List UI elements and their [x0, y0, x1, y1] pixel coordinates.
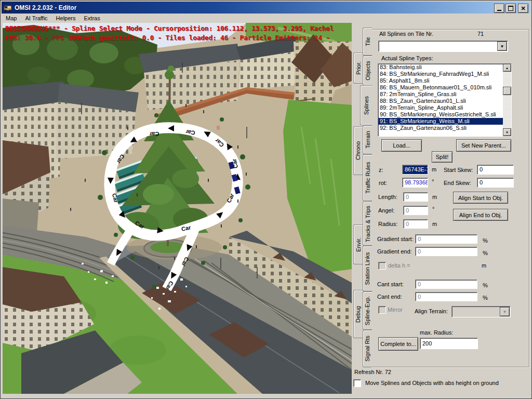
align-terrain-combobox[interactable]: ▼ — [451, 306, 511, 317]
split-button[interactable]: Split! — [432, 151, 453, 163]
menu-helpers[interactable]: Helpers — [52, 14, 80, 22]
list-scrollbar[interactable]: ▲ ▼ — [503, 64, 511, 136]
tab-prior[interactable]: Prior. — [353, 52, 363, 84]
list-item[interactable]: 90: BS_StrMarkierung_WeissGestrichelt_S.… — [378, 111, 503, 118]
z-input[interactable]: 86743E-7 — [402, 165, 428, 175]
align-terrain-label: Align Terrain: — [415, 308, 448, 314]
tab-splines[interactable]: Splines — [360, 85, 373, 125]
align-end-button[interactable]: Align End to Obj. — [453, 209, 508, 221]
end-skew-input[interactable]: 0 — [477, 178, 514, 188]
scroll-up-button[interactable]: ▲ — [503, 64, 511, 72]
menu-map[interactable]: Map — [2, 14, 21, 22]
menu-extras[interactable]: Extras — [80, 14, 104, 22]
cant-end-unit: % — [483, 295, 488, 301]
end-skew-label: End Skew: — [444, 180, 471, 186]
svg-text:Car: Car — [149, 131, 159, 138]
list-item[interactable]: 87: 2mTerrain_Spline_Gras.sli — [378, 91, 503, 98]
rot-label: rot: — [379, 180, 387, 186]
minimize-button[interactable] — [494, 4, 504, 13]
pink-figure — [217, 126, 220, 130]
debug-overlay: DESIGNMODUS*** - Spline Select Mode - Cu… — [5, 24, 334, 43]
list-item[interactable]: 83: Bahnsteig.sli — [378, 64, 503, 71]
delta-h-label: delta h = — [388, 262, 410, 269]
tab-signal-rts[interactable]: Signal Rts — [363, 330, 372, 367]
arrow-up-icon: ▲ — [506, 66, 509, 70]
load-button[interactable]: Load... — [381, 139, 422, 152]
move-splines-label: Move Splines and Objects with abs height… — [365, 380, 499, 386]
scrollbar-thumb[interactable] — [503, 87, 511, 95]
tab-tile[interactable]: Tile — [363, 28, 372, 56]
z-unit: m — [432, 166, 436, 172]
maximize-icon — [508, 6, 513, 11]
combobox-dropdown-button[interactable]: ▼ — [497, 42, 507, 51]
angel-unit: ° — [432, 206, 434, 212]
align-terrain-dropdown-button[interactable]: ▼ — [500, 307, 510, 316]
cant-start-input[interactable]: 0 — [415, 280, 477, 289]
rot-unit: ° — [432, 178, 434, 184]
title-bar[interactable]: OMSI 2.2.032 - Editor ✕ — [2, 2, 530, 14]
length-unit: m — [432, 194, 437, 200]
gradient-start-input[interactable]: 0 — [415, 234, 477, 244]
tab-tracks-trips[interactable]: Tracks & Trips — [363, 202, 372, 246]
angel-label: Angel: — [378, 207, 394, 214]
gradient-end-unit: % — [483, 250, 488, 256]
align-start-button[interactable]: Align Start to Obj. — [453, 192, 508, 204]
scroll-down-button[interactable]: ▼ — [503, 128, 511, 136]
tab-spline-exp[interactable]: Spline-Exp. — [363, 291, 372, 330]
list-item[interactable]: 88: BS_Zaun_Gartenzaun01_L.sli — [378, 98, 503, 104]
scene: Car Car Car Car Car Car Car Car Car Car … — [3, 23, 352, 394]
spline-select-combobox[interactable]: ▼ — [378, 41, 508, 52]
tab-chrono[interactable]: Chrono — [353, 126, 363, 175]
gradient-start-unit: % — [483, 237, 488, 244]
cant-start-unit: % — [483, 282, 488, 288]
tab-debug[interactable]: Debug — [353, 290, 363, 338]
gradient-end-input[interactable]: 0 — [415, 247, 477, 256]
list-item[interactable]: 84: BS_StrMarkierung_FahrradWeg1_M.sli — [378, 71, 503, 77]
list-item-selected[interactable]: 91: BS_StrMarkierung_Weiss_M.sli — [378, 118, 503, 125]
rot-input[interactable]: 98.79368 — [402, 178, 428, 188]
chevron-down-icon: ▼ — [503, 310, 507, 314]
tab-station-links[interactable]: Station Links — [363, 246, 372, 291]
tile-number-value: 71 — [477, 31, 484, 37]
mirror-label: Mirror — [388, 307, 403, 313]
debug-line-2: FPS: 30.4 - FPS 100Fach gemittelt: 0.0 -… — [5, 33, 334, 43]
tab-envir[interactable]: Envir. — [353, 224, 363, 264]
tab-traffic-rules[interactable]: Traffic Rules — [363, 154, 372, 201]
radius-label: Radius: — [378, 221, 397, 227]
mirror-checkbox[interactable] — [378, 306, 386, 314]
window-title: OMSI 2.2.032 - Editor — [15, 4, 76, 11]
start-skew-input[interactable]: 0 — [477, 165, 514, 175]
complete-to-button[interactable]: Complete to... — [378, 337, 418, 351]
list-item[interactable]: 89: 2mTerrain_Spline_Asphalt.sli — [378, 104, 503, 111]
maximize-button[interactable] — [506, 4, 516, 13]
gradient-start-label: Gradient start: — [377, 236, 414, 242]
set-new-parent-button[interactable]: Set New Parent... — [456, 139, 511, 152]
gradient-end-label: Gradient end: — [377, 248, 412, 255]
window-bottom-border — [2, 394, 530, 398]
list-item[interactable]: 85: Asphalt1_8m.sli — [378, 77, 503, 84]
cant-start-label: Cant start: — [377, 281, 404, 287]
list-item[interactable]: 86: BS_Mauern_Betonmauer01_S_010m.sli — [378, 84, 503, 91]
z-label: z: — [379, 167, 383, 173]
menu-ai-traffic[interactable]: AI Traffic — [21, 14, 51, 22]
length-input[interactable]: 0 — [403, 192, 428, 202]
minimize-icon — [497, 10, 501, 11]
max-radius-input[interactable]: 200 — [420, 338, 478, 349]
spline-types-list[interactable]: 83: Bahnsteig.sli 84: BS_StrMarkierung_F… — [378, 63, 512, 137]
max-radius-label: max. Radius: — [420, 329, 453, 336]
move-splines-checkbox[interactable] — [353, 379, 361, 387]
tab-objects[interactable]: Objects — [363, 56, 372, 86]
angel-input[interactable]: 0 — [403, 206, 428, 215]
omsi-editor-window: OMSI 2.2.032 - Editor ✕ Map AI Traffic H… — [0, 0, 532, 399]
radius-input[interactable]: 0 — [403, 219, 428, 229]
app-bus-icon — [4, 4, 12, 11]
actual-spline-types-label: Actual Spline Types: — [381, 55, 433, 61]
delta-h-checkbox[interactable] — [378, 262, 386, 270]
length-label: Length: — [378, 194, 397, 200]
arrow-down-icon: ▼ — [506, 131, 509, 134]
close-button[interactable]: ✕ — [518, 4, 528, 13]
cant-end-input[interactable]: 0 — [415, 292, 477, 301]
tab-terrain[interactable]: Terrain — [363, 125, 372, 154]
3d-viewport[interactable]: Car Car Car Car Car Car Car Car Car Car … — [3, 23, 352, 394]
list-item[interactable]: 92: BS_Zaun_Gartenzaun06_S.sli — [378, 125, 503, 131]
